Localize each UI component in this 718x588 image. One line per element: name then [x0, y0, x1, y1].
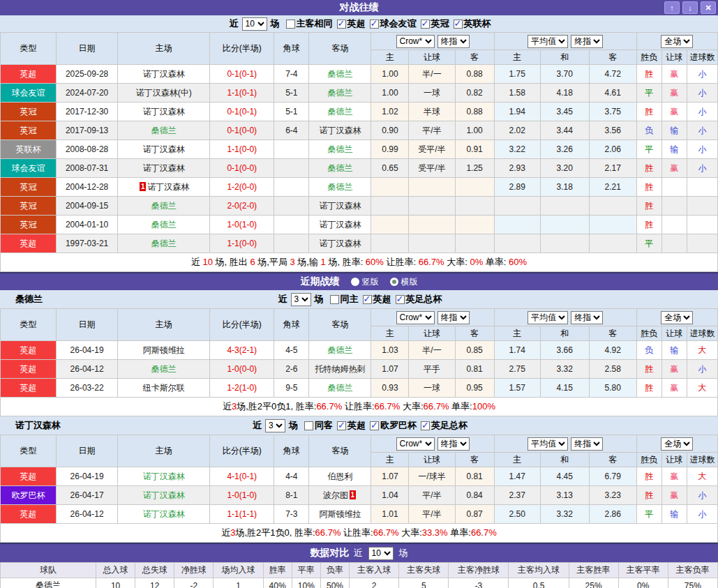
avg-away: 4.92 — [589, 341, 636, 360]
recent-count-select[interactable]: 10 — [242, 17, 267, 31]
average-select[interactable]: 平均值 — [528, 35, 568, 48]
result-goals: 小 — [687, 121, 717, 140]
filter-checkbox[interactable]: 主客相同 — [286, 17, 333, 30]
odds-home: 0.90 — [371, 121, 409, 140]
result-handicap: 赢 — [661, 486, 687, 505]
filter-checkbox[interactable]: 英足总杯 — [396, 293, 442, 306]
checkbox-label: 主客相同 — [297, 17, 333, 30]
column-subheader: 和 — [540, 453, 589, 467]
table-row: 桑德兰1012-2140%10%50%25-30.525%0%75% — [1, 578, 718, 588]
odds-away — [455, 234, 494, 253]
filter-checkbox[interactable]: 英联杯 — [454, 17, 491, 30]
team-name: 桑德兰 — [327, 144, 352, 154]
radio-label: 横版 — [401, 276, 418, 288]
odds-away: 0.88 — [455, 103, 494, 121]
average-select[interactable]: 平均值 — [528, 437, 568, 451]
column-subheader: 主 — [371, 326, 409, 341]
table-row: 英超26-04-19诺丁汉森林4-1(0-1)4-4伯恩利1.07一/球半0.8… — [1, 467, 718, 486]
games-label: 场 — [271, 17, 280, 30]
games-label: 场 — [399, 547, 408, 559]
filter-checkbox[interactable]: 球会友谊 — [370, 17, 417, 30]
column-header: 主客失球 — [399, 563, 449, 578]
column-header: 角球 — [274, 33, 309, 65]
filter-checkbox[interactable]: 英足总杯 — [421, 419, 468, 432]
away-team: 诺丁汉森林 — [309, 234, 371, 253]
recent-count-select[interactable]: 3 — [265, 419, 285, 432]
filter-checkbox[interactable]: 同主 — [330, 293, 359, 306]
table-row: 英超26-04-12桑德兰1-0(0-0)2-6托特纳姆热刺1.07平手0.81… — [1, 360, 718, 379]
checkbox-label: 同客 — [315, 419, 333, 432]
recent-count-select[interactable]: 3 — [291, 293, 311, 306]
average-select[interactable]: 平均值 — [528, 311, 568, 324]
avg-home: 2.75 — [494, 360, 540, 379]
layout-radio-horizontal[interactable]: 横版 — [390, 276, 418, 288]
match-stats-panel: 对战往绩 ↑ ↓ ✕ 近10场主客相同英超球会友谊英冠英联杯 类型日期主场比分(… — [0, 0, 718, 588]
filter-checkbox[interactable]: 英超 — [337, 17, 366, 30]
summary-text: 近 — [221, 527, 230, 538]
scope-select[interactable]: 全场 — [661, 35, 693, 48]
match-score: 1-2(0-0) — [210, 178, 274, 197]
league-badge: 球会友谊 — [1, 159, 57, 178]
move-down-button[interactable]: ↓ — [682, 1, 698, 14]
sunderland-table-body: 英超26-04-19阿斯顿维拉4-3(2-1)4-5桑德兰1.03半/一0.85… — [1, 341, 718, 398]
filter-checkbox[interactable]: 同客 — [304, 419, 333, 432]
checkbox-label: 英超 — [347, 17, 366, 30]
final-odds-select[interactable]: 终指 — [571, 437, 603, 451]
column-subheader: 主 — [371, 50, 409, 65]
final-odds-select[interactable]: 终指 — [571, 35, 603, 48]
recent-label: 近 — [230, 17, 239, 30]
column-subheader: 进球数 — [687, 453, 717, 467]
move-up-button[interactable]: ↑ — [664, 1, 680, 14]
final-odds-select[interactable]: 终指 — [571, 311, 603, 324]
avg-home: 1.58 — [494, 84, 540, 103]
summary-text: 场, 胜率: — [326, 257, 366, 267]
avg-away: 3.23 — [589, 486, 636, 505]
bookmaker-select[interactable]: Crow* — [396, 437, 435, 451]
checkbox-label: 英足总杯 — [406, 293, 442, 306]
result-handicap — [661, 178, 687, 197]
column-header: 主客均入球 — [509, 563, 569, 578]
match-date: 2024-07-20 — [57, 84, 118, 103]
summary-text: 66.7% — [419, 257, 444, 267]
layout-radio-vertical[interactable]: 竖版 — [351, 276, 379, 288]
avg-away — [589, 234, 636, 253]
odds-home: 1.03 — [371, 341, 409, 360]
final-odds-select[interactable]: 终指 — [437, 35, 470, 48]
match-score: 4-3(2-1) — [210, 341, 274, 360]
final-odds-select[interactable]: 终指 — [437, 437, 470, 451]
column-header: 角球 — [274, 309, 309, 341]
filter-checkbox[interactable]: 英超 — [363, 293, 391, 306]
home-team: 桑德兰 — [118, 197, 210, 216]
home-team: 诺丁汉森林(中) — [118, 84, 210, 103]
league-badge: 英联杯 — [1, 140, 57, 159]
result-goals: 大 — [687, 467, 717, 486]
away-team: 阿斯顿维拉 — [309, 505, 371, 524]
recent-count-select[interactable]: 10 — [368, 547, 394, 560]
column-group-header: 全场 — [636, 435, 717, 453]
away-team: 桑德兰 — [309, 103, 371, 121]
close-button[interactable]: ✕ — [701, 1, 716, 14]
result-goals: 大 — [687, 341, 717, 360]
final-odds-select[interactable]: 终指 — [437, 311, 470, 324]
odds-home: 1.02 — [371, 103, 409, 121]
column-header: 平率 — [292, 563, 320, 578]
filter-checkbox[interactable]: 欧罗巴杯 — [370, 419, 417, 432]
scope-select[interactable]: 全场 — [661, 437, 693, 451]
checkbox-icon — [370, 20, 379, 29]
corner-score: 7-4 — [274, 65, 309, 84]
bookmaker-select[interactable]: Crow* — [396, 35, 435, 48]
avg-home: 3.22 — [494, 140, 540, 159]
summary-text: 66.7% — [471, 527, 497, 538]
bookmaker-select[interactable]: Crow* — [396, 311, 435, 324]
away-team: 波尔图1 — [309, 486, 371, 505]
comparison-table-body: 桑德兰1012-2140%10%50%25-30.525%0%75%诺丁汉森林1… — [1, 578, 718, 588]
filter-checkbox[interactable]: 英超 — [337, 419, 366, 432]
team-name: 诺丁汉森林 — [143, 490, 185, 500]
scope-select[interactable]: 全场 — [661, 311, 693, 324]
games-label: 场 — [289, 419, 298, 432]
table-row: 球会友谊2008-07-31诺丁汉森林0-1(0-0)桑德兰0.65受平/半1.… — [1, 159, 718, 178]
odds-home — [371, 234, 409, 253]
filter-checkbox[interactable]: 英冠 — [421, 17, 449, 30]
stat-cell: 5 — [399, 578, 449, 588]
column-header: 球队 — [1, 563, 96, 578]
